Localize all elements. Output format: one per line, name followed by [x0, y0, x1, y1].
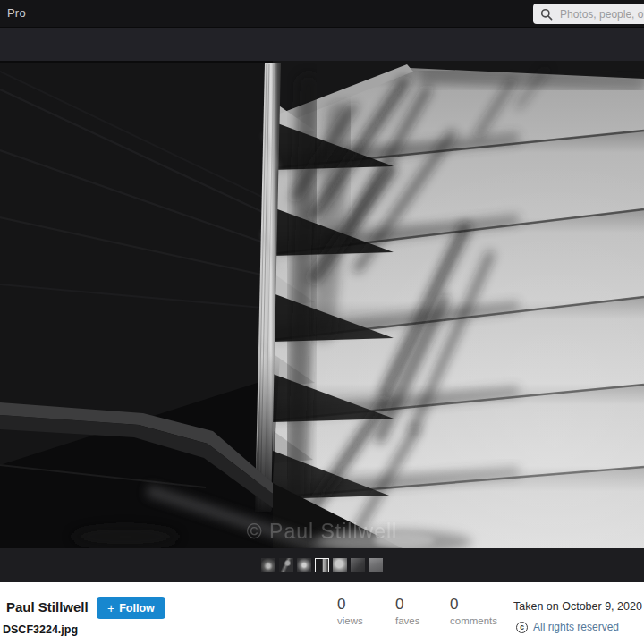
license-label: All rights reserved — [533, 621, 619, 633]
top-header-bar: Pro — [0, 0, 644, 28]
flickr-photo-page: { "header": { "brand_label": "Pro", "sea… — [0, 0, 644, 644]
stat-faves: 0 faves — [395, 596, 420, 626]
filmstrip-thumbnail-2[interactable] — [279, 558, 293, 572]
filmstrip-thumbnail-1[interactable] — [261, 558, 275, 572]
comments-label: comments — [450, 615, 497, 626]
license-link[interactable]: c All rights reserved — [516, 621, 619, 633]
plus-icon: + — [107, 602, 114, 614]
filmstrip-thumbnail-5[interactable] — [333, 558, 347, 572]
comments-count: 0 — [450, 596, 497, 614]
views-count: 0 — [337, 596, 363, 614]
photo-watermark: © Paul Stillwell — [247, 520, 397, 543]
stat-comments: 0 comments — [450, 596, 497, 626]
faves-label: faves — [395, 615, 420, 626]
photo-filename: DSCF3224.jpg — [3, 623, 78, 636]
pro-badge[interactable]: Pro — [7, 6, 26, 20]
filmstrip-thumbnail-4-selected[interactable] — [315, 558, 329, 572]
follow-button[interactable]: + Follow — [97, 597, 165, 619]
photo-rendering: © Paul Stillwell — [0, 61, 644, 548]
owner-name-link[interactable]: Paul Stillwell — [6, 599, 89, 614]
views-label: views — [337, 615, 363, 626]
copyright-icon: c — [516, 622, 528, 633]
filmstrip-thumbnail-7[interactable] — [369, 558, 383, 572]
photo-stage-header-band — [0, 28, 644, 61]
follow-button-label: Follow — [119, 602, 155, 614]
filmstrip — [0, 548, 644, 582]
search-box[interactable] — [533, 4, 644, 24]
filmstrip-thumbnail-6[interactable] — [351, 558, 365, 572]
photo-info-footer: Paul Stillwell + Follow DSCF3224.jpg 0 v… — [0, 582, 644, 644]
filmstrip-thumbnail-3[interactable] — [297, 558, 311, 572]
search-input[interactable] — [558, 7, 644, 21]
search-icon — [540, 8, 553, 21]
main-photo[interactable]: © Paul Stillwell — [0, 61, 644, 548]
stat-views: 0 views — [337, 596, 363, 626]
taken-date: Taken on October 9, 2020 — [513, 600, 642, 613]
faves-count: 0 — [395, 596, 420, 614]
